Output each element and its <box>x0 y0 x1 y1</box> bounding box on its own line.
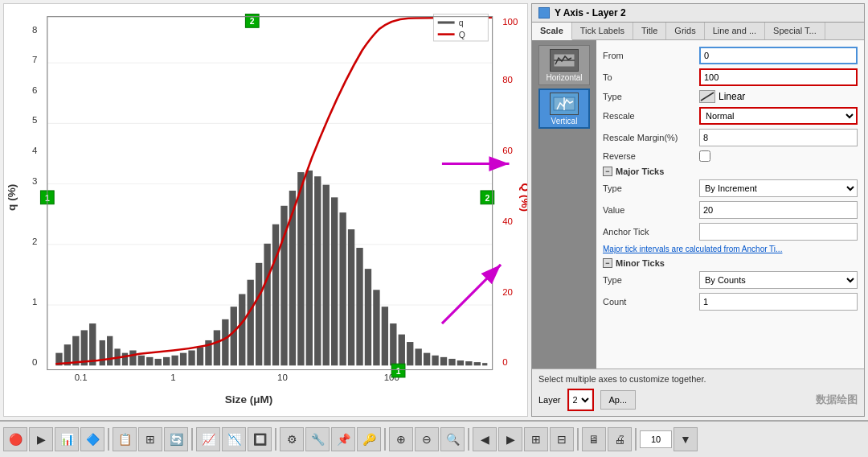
svg-rect-75 <box>448 359 455 365</box>
svg-text:1: 1 <box>170 373 175 382</box>
anchor-label: Anchor Tick <box>603 227 699 237</box>
svg-rect-59 <box>314 176 321 365</box>
svg-rect-74 <box>440 357 447 365</box>
reverse-checkbox[interactable] <box>699 150 710 162</box>
major-ticks-header: − Major Ticks <box>603 167 858 176</box>
tab-line-and[interactable]: Line and ... <box>705 23 765 39</box>
vertical-label: Vertical <box>551 117 578 126</box>
toolbar-btn-3[interactable]: 📊 <box>55 427 79 451</box>
sep-5 <box>468 428 469 451</box>
minor-type-select[interactable]: By Counts <box>699 271 858 289</box>
vertical-axis-icon <box>550 93 579 115</box>
svg-rect-32 <box>89 323 96 365</box>
tabs-row: Scale Tick Labels Title Grids Line and .… <box>532 23 864 40</box>
tab-scale[interactable]: Scale <box>532 23 572 40</box>
zoom-dropdown[interactable]: ▼ <box>674 427 698 451</box>
svg-rect-31 <box>81 330 88 365</box>
svg-text:Q: Q <box>459 31 465 39</box>
rescale-margin-input[interactable] <box>699 129 858 146</box>
svg-rect-30 <box>72 336 79 366</box>
toolbar-btn-12[interactable]: 🔧 <box>305 427 330 451</box>
anchor-tick-input[interactable] <box>699 223 858 241</box>
toolbar-btn-7[interactable]: 🔄 <box>164 427 188 451</box>
toolbar-btn-2[interactable]: ▶ <box>29 427 53 451</box>
panel-content: Horizontal Vertical <box>532 40 864 368</box>
toolbar-btn-15[interactable]: ⊕ <box>389 427 413 451</box>
minor-count-input[interactable] <box>699 293 858 311</box>
rescale-label: Rescale <box>603 111 699 121</box>
chart-svg: 0 1 2 3 4 5 6 7 8 q (%) 0 20 40 60 80 10… <box>4 4 527 416</box>
toolbar-btn-13[interactable]: 📌 <box>331 427 355 451</box>
vertical-axis-btn[interactable]: Vertical <box>538 89 590 129</box>
major-type-select[interactable]: By Increment <box>699 179 858 197</box>
svg-text:10: 10 <box>277 373 288 382</box>
toolbar-btn-6[interactable]: ⊞ <box>138 427 162 451</box>
svg-text:2: 2 <box>250 17 255 26</box>
svg-rect-62 <box>339 212 346 365</box>
svg-rect-53 <box>264 244 270 366</box>
svg-text:0: 0 <box>32 357 37 367</box>
layer-select[interactable]: 2 1 <box>570 391 592 409</box>
svg-text:q (%): q (%) <box>6 184 18 211</box>
svg-rect-37 <box>129 350 136 365</box>
svg-rect-41 <box>163 357 170 365</box>
toolbar-btn-9[interactable]: 📉 <box>222 427 246 451</box>
toolbar-btn-1[interactable]: 🔴 <box>3 427 27 451</box>
major-ticks-collapse[interactable]: − <box>603 167 612 176</box>
toolbar-btn-18[interactable]: ◀ <box>473 427 497 451</box>
reverse-row: Reverse <box>603 150 858 162</box>
rescale-row: Rescale Normal <box>603 107 858 125</box>
zoom-input[interactable] <box>640 430 672 448</box>
toolbar-btn-5[interactable]: 📋 <box>113 427 137 451</box>
toolbar-btn-10[interactable]: 🔲 <box>248 427 272 451</box>
sep-7 <box>635 428 637 451</box>
toolbar-btn-4[interactable]: 🔷 <box>80 427 104 451</box>
sep-4 <box>384 428 386 451</box>
toolbar-btn-22[interactable]: 🖥 <box>582 427 606 451</box>
svg-rect-57 <box>297 172 304 365</box>
chart-area: 0 1 2 3 4 5 6 7 8 q (%) 0 20 40 60 80 10… <box>3 3 528 417</box>
type-value: Linear <box>719 91 745 102</box>
minor-ticks-collapse[interactable]: − <box>603 258 612 268</box>
main-container: 0 1 2 3 4 5 6 7 8 q (%) 0 20 40 60 80 10… <box>0 0 868 457</box>
svg-text:0.1: 0.1 <box>75 373 88 382</box>
toolbar-btn-23[interactable]: 🖨 <box>608 427 632 451</box>
major-info-text[interactable]: Major tick intervals are calculated from… <box>603 245 858 253</box>
tab-title[interactable]: Title <box>633 23 666 39</box>
sep-2 <box>191 428 193 451</box>
svg-rect-61 <box>331 197 338 365</box>
tab-grids[interactable]: Grids <box>666 23 704 39</box>
minor-type-row: Type By Counts <box>603 271 858 289</box>
from-row: From <box>603 47 858 64</box>
rescale-select[interactable]: Normal <box>699 107 858 125</box>
major-type-label: Type <box>603 183 699 193</box>
major-value-label: Value <box>603 205 699 215</box>
svg-rect-68 <box>390 323 396 365</box>
toolbar-btn-17[interactable]: 🔍 <box>440 427 465 451</box>
minor-ticks-label: Minor Ticks <box>616 258 665 268</box>
toolbar-btn-20[interactable]: ⊞ <box>524 427 548 451</box>
toolbar-btn-19[interactable]: ▶ <box>498 427 522 451</box>
major-value-row: Value <box>603 201 858 219</box>
toolbar-btn-21[interactable]: ⊟ <box>550 427 574 451</box>
top-area: 0 1 2 3 4 5 6 7 8 q (%) 0 20 40 60 80 10… <box>0 0 868 420</box>
svg-rect-50 <box>239 294 245 365</box>
toolbar-btn-11[interactable]: ⚙ <box>280 427 304 451</box>
tab-special-t[interactable]: Special T... <box>765 23 825 39</box>
svg-rect-70 <box>407 342 413 365</box>
panel-bottom-row: Layer 2 1 Ap... 数据绘图 <box>538 389 858 411</box>
svg-text:8: 8 <box>32 25 37 35</box>
tab-tick-labels[interactable]: Tick Labels <box>572 23 633 39</box>
from-input[interactable] <box>699 47 858 64</box>
svg-rect-60 <box>323 185 330 366</box>
toolbar-btn-16[interactable]: ⊖ <box>415 427 439 451</box>
major-value-input[interactable] <box>699 201 858 219</box>
apply-button[interactable]: Ap... <box>600 390 637 410</box>
horizontal-axis-btn[interactable]: Horizontal <box>538 45 590 85</box>
toolbar-btn-14[interactable]: 🔑 <box>357 427 381 451</box>
to-input[interactable] <box>699 68 858 86</box>
svg-rect-71 <box>415 348 421 365</box>
svg-rect-44 <box>188 350 194 365</box>
toolbar-btn-8[interactable]: 📈 <box>196 427 220 451</box>
svg-rect-45 <box>197 347 203 365</box>
